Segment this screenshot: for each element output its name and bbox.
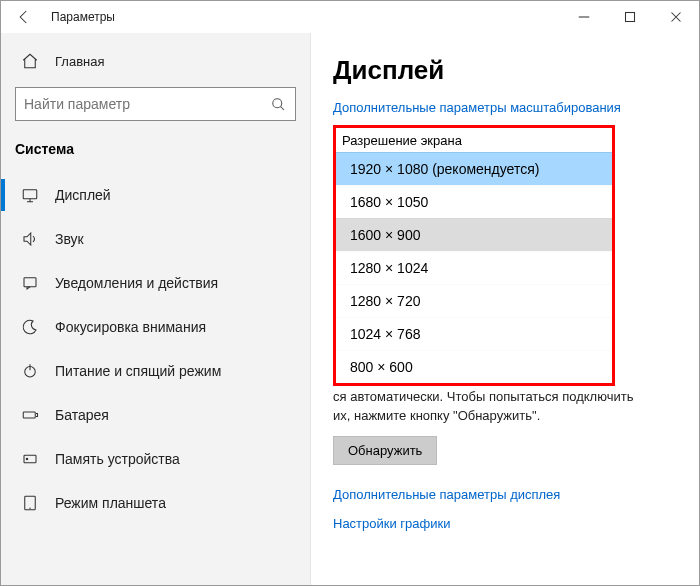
resolution-option[interactable]: 1600 × 900 xyxy=(336,218,612,251)
svg-rect-3 xyxy=(24,278,36,287)
resolution-option[interactable]: 1024 × 768 xyxy=(336,317,612,350)
detect-description: ся автоматически. Чтобы попытаться подкл… xyxy=(333,388,643,426)
sidebar-item-label: Звук xyxy=(55,231,84,247)
svg-rect-0 xyxy=(626,13,635,22)
window-controls xyxy=(561,1,699,33)
window-title: Параметры xyxy=(47,10,561,24)
resolution-option[interactable]: 1280 × 720 xyxy=(336,284,612,317)
display-icon xyxy=(21,186,39,204)
minimize-icon xyxy=(575,8,593,26)
titlebar: Параметры xyxy=(1,1,699,33)
sidebar-item-display[interactable]: Дисплей xyxy=(1,173,310,217)
sidebar-section-title: Система xyxy=(1,135,310,173)
sound-icon xyxy=(21,230,39,248)
sidebar-item-label: Дисплей xyxy=(55,187,111,203)
sidebar-item-label: Фокусировка внимания xyxy=(55,319,206,335)
close-button[interactable] xyxy=(653,1,699,33)
minimize-button[interactable] xyxy=(561,1,607,33)
advanced-display-link[interactable]: Дополнительные параметры дисплея xyxy=(333,487,681,502)
resolution-label: Разрешение экрана xyxy=(336,128,612,152)
close-icon xyxy=(667,8,685,26)
battery-icon xyxy=(21,406,39,424)
search-input[interactable] xyxy=(24,96,269,112)
sidebar-item-storage[interactable]: Память устройства xyxy=(1,437,310,481)
maximize-button[interactable] xyxy=(607,1,653,33)
home-icon xyxy=(21,52,39,70)
search-icon xyxy=(269,95,287,113)
svg-rect-5 xyxy=(23,412,35,418)
page-title: Дисплей xyxy=(333,55,681,86)
sidebar-home-label: Главная xyxy=(55,54,104,69)
sidebar-item-notifications[interactable]: Уведомления и действия xyxy=(1,261,310,305)
notification-icon xyxy=(21,274,39,292)
svg-rect-2 xyxy=(23,190,37,199)
storage-icon xyxy=(21,450,39,468)
sidebar-item-label: Питание и спящий режим xyxy=(55,363,221,379)
sidebar-item-label: Режим планшета xyxy=(55,495,166,511)
sidebar-item-label: Память устройства xyxy=(55,451,180,467)
sidebar-item-battery[interactable]: Батарея xyxy=(1,393,310,437)
resolution-dropdown[interactable]: Разрешение экрана 1920 × 1080 (рекоменду… xyxy=(333,125,615,386)
scaling-advanced-link[interactable]: Дополнительные параметры масштабирования xyxy=(333,100,681,115)
power-icon xyxy=(21,362,39,380)
resolution-options: 1920 × 1080 (рекомендуется) 1680 × 1050 … xyxy=(336,152,612,383)
graphics-settings-link[interactable]: Настройки графики xyxy=(333,516,681,531)
bottom-links: Дополнительные параметры дисплея Настрой… xyxy=(333,487,681,531)
sidebar-item-label: Батарея xyxy=(55,407,109,423)
resolution-option[interactable]: 800 × 600 xyxy=(336,350,612,383)
sidebar-item-sound[interactable]: Звук xyxy=(1,217,310,261)
svg-point-1 xyxy=(273,99,282,108)
search-box[interactable] xyxy=(15,87,296,121)
detect-description-text: ся автоматически. Чтобы попытаться подкл… xyxy=(333,388,643,426)
arrow-left-icon xyxy=(15,8,33,26)
sidebar-item-tablet[interactable]: Режим планшета xyxy=(1,481,310,525)
tablet-icon xyxy=(21,494,39,512)
resolution-option[interactable]: 1920 × 1080 (рекомендуется) xyxy=(336,152,612,185)
maximize-icon xyxy=(621,8,639,26)
resolution-option[interactable]: 1280 × 1024 xyxy=(336,251,612,284)
back-button[interactable] xyxy=(1,1,47,33)
moon-icon xyxy=(21,318,39,336)
sidebar-home[interactable]: Главная xyxy=(1,43,310,79)
main-content: Дисплей Дополнительные параметры масштаб… xyxy=(311,33,699,585)
sidebar-item-label: Уведомления и действия xyxy=(55,275,218,291)
detect-button[interactable]: Обнаружить xyxy=(333,436,437,465)
svg-point-7 xyxy=(26,458,28,460)
sidebar-item-focus[interactable]: Фокусировка внимания xyxy=(1,305,310,349)
sidebar-item-power[interactable]: Питание и спящий режим xyxy=(1,349,310,393)
sidebar: Главная Система Дисплей Звук Уведомлен xyxy=(1,33,311,585)
resolution-option[interactable]: 1680 × 1050 xyxy=(336,185,612,218)
